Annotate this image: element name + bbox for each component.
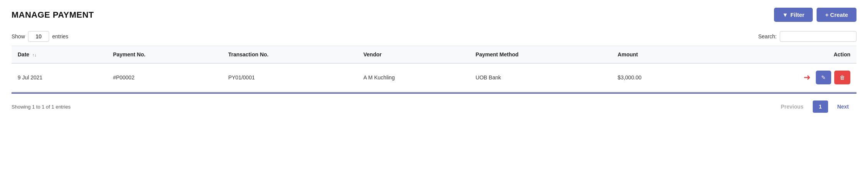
search-input[interactable]	[780, 31, 856, 42]
entries-label: entries	[52, 33, 68, 40]
filter-icon: ▼	[782, 12, 788, 18]
col-payment-no: Payment No.	[107, 46, 222, 64]
page-header: MANAGE PAYMENT ▼ Filter + Create	[12, 8, 856, 22]
controls-row: Show entries Search:	[12, 31, 856, 42]
show-entries: Show entries	[12, 31, 68, 42]
cell-action: ➜ ✎ 🗑	[705, 64, 856, 91]
col-action: Action	[705, 46, 856, 64]
show-label: Show	[12, 33, 25, 40]
col-date: Date ↑↓	[12, 46, 107, 64]
payments-table: Date ↑↓ Payment No. Transaction No. Vend…	[12, 46, 856, 92]
col-vendor: Vendor	[357, 46, 469, 64]
delete-button[interactable]: 🗑	[834, 71, 850, 84]
cell-date: 9 Jul 2021	[12, 63, 107, 92]
pagination: Previous 1 Next	[773, 100, 856, 113]
search-area: Search:	[758, 31, 856, 42]
table-header-row: Date ↑↓ Payment No. Transaction No. Vend…	[12, 46, 856, 64]
cell-amount: $3,000.00	[612, 63, 705, 92]
page-1-button[interactable]: 1	[813, 100, 828, 113]
col-transaction-no: Transaction No.	[222, 46, 357, 64]
sort-icon[interactable]: ↑↓	[32, 53, 36, 57]
filter-button[interactable]: ▼ Filter	[774, 8, 813, 22]
table-row: 9 Jul 2021 #P00002 PY01/0001 A M Kuchlin…	[12, 63, 856, 92]
cell-vendor: A M Kuchling	[357, 63, 469, 92]
footer-row: Showing 1 to 1 of 1 entries Previous 1 N…	[12, 92, 856, 117]
arrow-icon: ➜	[804, 72, 810, 82]
cell-payment-no: #P00002	[107, 63, 222, 92]
search-label: Search:	[758, 33, 777, 40]
showing-text: Showing 1 to 1 of 1 entries	[12, 104, 71, 110]
cell-transaction-no: PY01/0001	[222, 63, 357, 92]
col-amount: Amount	[612, 46, 705, 64]
previous-button[interactable]: Previous	[773, 100, 811, 113]
entries-input[interactable]	[28, 31, 49, 42]
header-buttons: ▼ Filter + Create	[774, 8, 856, 22]
col-payment-method: Payment Method	[469, 46, 611, 64]
edit-button[interactable]: ✎	[816, 71, 831, 84]
cell-payment-method: UOB Bank	[469, 63, 611, 92]
page-title: MANAGE PAYMENT	[12, 10, 94, 20]
next-button[interactable]: Next	[830, 100, 856, 113]
create-button[interactable]: + Create	[817, 8, 856, 22]
